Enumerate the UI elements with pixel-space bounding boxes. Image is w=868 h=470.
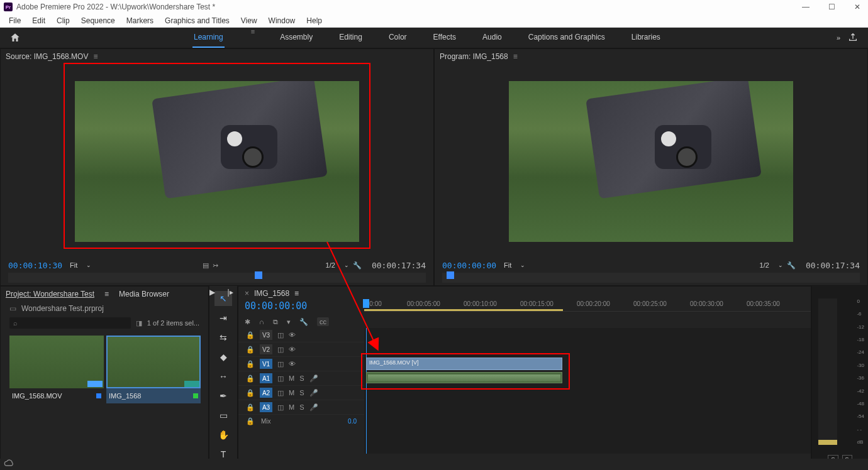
solo-icon[interactable]: S	[299, 389, 304, 396]
playhead-line[interactable]	[366, 328, 367, 454]
program-ratio-dropdown[interactable]: 1/2⌄	[760, 261, 783, 269]
close-tab-icon[interactable]: ×	[245, 289, 249, 298]
sync-lock-icon[interactable]: ◫	[277, 346, 284, 354]
source-preview[interactable]	[75, 81, 359, 242]
creative-cloud-icon[interactable]	[4, 459, 14, 469]
track-v1[interactable]: V1	[260, 359, 272, 369]
media-browser-tab[interactable]: Media Browser	[119, 290, 169, 298]
home-button[interactable]	[8, 30, 23, 45]
mic-icon[interactable]: 🎤	[309, 374, 318, 383]
menu-sequence[interactable]: Sequence	[76, 15, 120, 26]
ws-tab-editing[interactable]: Editing	[338, 28, 364, 48]
time-ruler[interactable]: :00:00 00:00:05:00 00:00:10:00 00:00:15:…	[364, 299, 811, 312]
menu-file[interactable]: File	[4, 15, 26, 26]
hand-tool-icon[interactable]: ✋	[214, 427, 232, 442]
mute-icon[interactable]: M	[289, 403, 294, 411]
mute-icon[interactable]: M	[289, 389, 294, 396]
menu-view[interactable]: View	[236, 15, 262, 26]
slip-tool-icon[interactable]: ↔	[214, 369, 232, 384]
track-select-tool-icon[interactable]: ⇥	[214, 310, 232, 325]
source-frame-icon[interactable]: ▤	[203, 261, 209, 270]
sync-lock-icon[interactable]: ◫	[277, 360, 284, 368]
source-fit-dropdown[interactable]: Fit⌄	[66, 261, 95, 269]
program-scrub-bar[interactable]	[442, 273, 860, 283]
solo-icon[interactable]: S	[299, 403, 304, 411]
track-a2[interactable]: A2	[260, 388, 272, 398]
eye-icon[interactable]: 👁	[289, 346, 296, 353]
step-fwd-icon[interactable]: |▸	[228, 288, 233, 297]
maximize-button[interactable]: ☐	[825, 3, 839, 11]
video-clip[interactable]: IMG_1568.MOV [V]	[366, 358, 562, 370]
solo-icon[interactable]: S	[299, 374, 304, 382]
cc-icon[interactable]: cc	[317, 317, 329, 326]
program-current-tc[interactable]: 00:00:00:00	[442, 261, 496, 270]
source-settings-icon[interactable]: 🔧	[353, 261, 362, 270]
magnet-icon[interactable]: ∩	[259, 318, 264, 325]
sequence-menu-icon[interactable]: ≡	[294, 289, 299, 298]
ws-tab-audio[interactable]: Audio	[481, 28, 503, 48]
track-a3[interactable]: A3	[260, 402, 272, 412]
bin-item[interactable]: IMG_1568.MOV	[9, 336, 104, 403]
track-a1[interactable]: A1	[260, 373, 272, 383]
sync-lock-icon[interactable]: ◫	[277, 374, 284, 383]
sync-lock-icon[interactable]: ◫	[277, 403, 284, 412]
menu-window[interactable]: Window	[264, 15, 301, 26]
source-playhead[interactable]	[255, 271, 262, 279]
lock-icon[interactable]: 🔒	[246, 403, 255, 412]
program-settings-icon[interactable]: 🔧	[787, 261, 796, 270]
ws-tab-effects[interactable]: Effects	[432, 28, 457, 48]
export-icon[interactable]	[845, 32, 860, 43]
filter-icon[interactable]: ◨	[136, 319, 142, 327]
lock-icon[interactable]: 🔒	[246, 389, 255, 397]
close-button[interactable]: ✕	[850, 3, 864, 11]
menu-clip[interactable]: Clip	[52, 15, 75, 26]
ws-overflow-icon[interactable]: »	[832, 34, 845, 41]
ripple-tool-icon[interactable]: ⇆	[214, 330, 232, 345]
sync-lock-icon[interactable]: ◫	[277, 389, 284, 397]
mix-value[interactable]: 0.0	[348, 418, 357, 425]
lock-icon[interactable]: 🔒	[246, 417, 255, 425]
mic-icon[interactable]: 🎤	[309, 389, 318, 397]
track-v2[interactable]: V2	[260, 344, 272, 354]
project-search-input[interactable]	[9, 317, 131, 329]
source-ratio-dropdown[interactable]: 1/2⌄	[326, 261, 349, 269]
program-fit-dropdown[interactable]: Fit⌄	[500, 261, 529, 269]
lock-icon[interactable]: 🔒	[246, 374, 255, 383]
play-icon[interactable]: ▶	[209, 288, 215, 297]
snap-icon[interactable]: ✱	[245, 318, 250, 326]
wrench-icon[interactable]: 🔧	[299, 318, 308, 326]
minimize-button[interactable]: —	[798, 3, 813, 11]
audio-clip[interactable]	[366, 372, 562, 383]
ws-tab-color[interactable]: Color	[387, 28, 408, 48]
work-area-bar[interactable]	[364, 309, 563, 311]
playhead-handle[interactable]	[363, 299, 369, 308]
ws-tab-captions[interactable]: Captions and Graphics	[527, 28, 606, 48]
menu-graphics[interactable]: Graphics and Titles	[160, 15, 235, 26]
program-preview[interactable]	[509, 81, 793, 242]
rectangle-tool-icon[interactable]: ▭	[214, 408, 232, 423]
bin-item[interactable]: IMG_1568	[106, 336, 201, 403]
eye-icon[interactable]: 👁	[289, 331, 296, 339]
menu-markers[interactable]: Markers	[121, 15, 159, 26]
menu-edit[interactable]: Edit	[27, 15, 50, 26]
sync-lock-icon[interactable]: ◫	[277, 331, 284, 339]
source-scrub-bar[interactable]	[8, 273, 426, 283]
ws-tab-learning[interactable]: Learning	[192, 28, 225, 48]
sequence-tc[interactable]: 00:00:00:00	[245, 300, 307, 312]
program-menu-icon[interactable]: ≡	[513, 52, 518, 61]
razor-tool-icon[interactable]: ◆	[214, 349, 232, 364]
lock-icon[interactable]: 🔒	[246, 331, 255, 339]
marker-add-icon[interactable]: ▾	[287, 318, 291, 326]
eye-icon[interactable]: 👁	[289, 360, 296, 368]
mic-icon[interactable]: 🎤	[309, 403, 318, 412]
menu-help[interactable]: Help	[301, 15, 327, 26]
track-v3[interactable]: V3	[260, 330, 272, 340]
program-playhead[interactable]	[447, 271, 454, 279]
lock-icon[interactable]: 🔒	[246, 346, 255, 354]
ws-tab-libraries[interactable]: Libraries	[630, 28, 662, 48]
source-current-tc[interactable]: 00:00:10:30	[8, 261, 62, 270]
timeline-tracks[interactable]: :00:00 00:00:05:00 00:00:10:00 00:00:15:…	[364, 328, 811, 454]
source-menu-icon[interactable]: ≡	[93, 52, 97, 61]
sequence-tab[interactable]: IMG_1568	[254, 289, 289, 298]
lock-icon[interactable]: 🔒	[246, 360, 255, 368]
